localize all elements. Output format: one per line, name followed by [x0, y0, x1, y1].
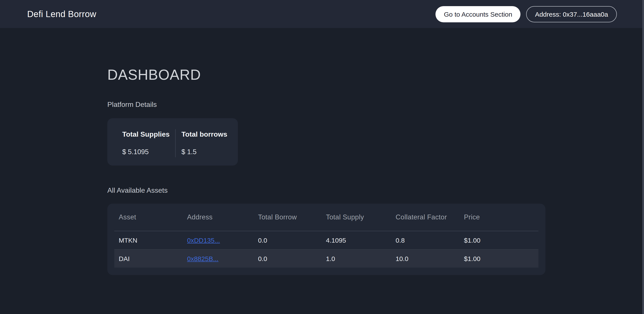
go-to-accounts-button[interactable]: Go to Accounts Section	[436, 6, 521, 22]
asset-address-link[interactable]: 0x8825B...	[187, 255, 218, 262]
main-content: DASHBOARD Platform Details Total Supplie…	[107, 66, 546, 275]
platform-details-card: Total Supplies $ 5.1095 Total borrows $ …	[107, 118, 238, 166]
platform-details-label: Platform Details	[107, 100, 546, 110]
column-header-collateral-factor: Collateral Factor	[391, 204, 460, 231]
all-available-assets-label: All Available Assets	[107, 186, 546, 195]
asset-address-link[interactable]: 0xDD135...	[187, 236, 220, 244]
navbar: Defi Lend Borrow Go to Accounts Section …	[0, 0, 644, 28]
assets-table: Asset Address Total Borrow Total Supply …	[114, 204, 538, 268]
table-header-row: Asset Address Total Borrow Total Supply …	[114, 204, 538, 231]
column-header-total-borrow: Total Borrow	[254, 204, 322, 231]
cell-price: $1.00	[460, 250, 538, 268]
cell-total-borrow: 0.0	[254, 231, 322, 250]
cell-total-supply: 4.1095	[322, 231, 391, 250]
cell-collateral-factor: 0.8	[391, 231, 460, 250]
total-borrows-stat-value: $ 1.5	[181, 147, 227, 157]
column-header-asset: Asset	[114, 204, 183, 231]
vertical-divider	[175, 129, 176, 157]
column-header-address: Address	[183, 204, 254, 231]
column-header-price: Price	[460, 204, 538, 231]
cell-asset: DAI	[114, 250, 183, 268]
scrollbar[interactable]	[642, 0, 644, 314]
total-supplies-stat-label: Total Supplies	[122, 129, 170, 140]
total-borrows-stat: Total borrows $ 1.5	[181, 129, 227, 157]
page-title: DASHBOARD	[107, 66, 546, 83]
app-viewport: Defi Lend Borrow Go to Accounts Section …	[0, 0, 644, 314]
app-title: Defi Lend Borrow	[27, 9, 96, 19]
cell-asset: MTKN	[114, 231, 183, 250]
cell-total-borrow: 0.0	[254, 250, 322, 268]
table-row-dai: DAI 0x8825B... 0.0 1.0 10.0 $1.00	[114, 250, 538, 268]
total-borrows-stat-label: Total borrows	[181, 129, 227, 140]
navbar-actions: Go to Accounts Section Address: 0x37...1…	[436, 6, 617, 22]
cell-address: 0x8825B...	[183, 250, 254, 268]
cell-address: 0xDD135...	[183, 231, 254, 250]
total-supplies-stat: Total Supplies $ 5.1095	[122, 129, 170, 157]
total-supplies-stat-value: $ 5.1095	[122, 147, 170, 157]
table-row-mtkn: MTKN 0xDD135... 0.0 4.1095 0.8 $1.00	[114, 231, 538, 250]
cell-price: $1.00	[460, 231, 538, 250]
cell-collateral-factor: 10.0	[391, 250, 460, 268]
assets-table-card: Asset Address Total Borrow Total Supply …	[107, 204, 546, 275]
cell-total-supply: 1.0	[322, 250, 391, 268]
wallet-address-button[interactable]: Address: 0x37...16aaa0a	[526, 6, 617, 22]
column-header-total-supply: Total Supply	[322, 204, 391, 231]
